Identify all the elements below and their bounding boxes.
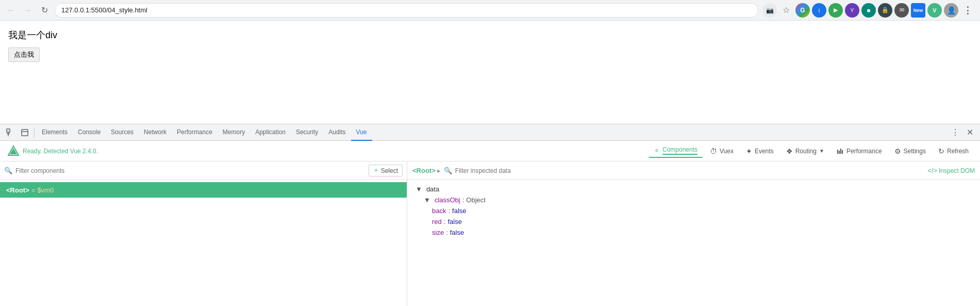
classobj-expand-arrow: ▼: [424, 196, 430, 204]
refresh-icon: ↻: [938, 147, 944, 155]
red-value: false: [447, 218, 461, 226]
tab-application[interactable]: Application: [250, 124, 291, 141]
back-button[interactable]: ←: [5, 4, 18, 17]
dock-icon: [21, 128, 29, 137]
page-content: 我是一个div 点击我: [0, 21, 980, 124]
svg-rect-3: [22, 130, 28, 136]
address-bar[interactable]: [55, 3, 758, 18]
tab-network[interactable]: Network: [139, 124, 172, 141]
tab-security[interactable]: Security: [291, 124, 323, 141]
svg-rect-9: [840, 149, 841, 154]
settings-icon: ⚙: [894, 147, 901, 155]
ext-google-icon[interactable]: G: [795, 3, 810, 18]
vuex-label: Vuex: [720, 148, 734, 155]
size-row: size : false: [416, 228, 972, 237]
vue-nav-settings[interactable]: ⚙ Settings: [889, 145, 931, 157]
size-key: size: [432, 229, 444, 236]
classobj-row[interactable]: ▼ classObj : Object: [416, 195, 972, 205]
ext-new-icon[interactable]: New: [911, 3, 925, 18]
code-icon: </>: [927, 167, 937, 174]
refresh-label: Refresh: [947, 148, 969, 155]
vue-logo: [6, 144, 21, 158]
tab-performance[interactable]: Performance: [172, 124, 218, 141]
inspect-element-button[interactable]: [3, 125, 18, 140]
more-options-icon[interactable]: ⋮: [960, 3, 975, 18]
breadcrumb-tag: <Root>: [412, 167, 436, 174]
tab-audits[interactable]: Audits: [323, 124, 351, 141]
select-component-button[interactable]: ⚬ Select: [369, 165, 403, 176]
cursor-icon: [6, 128, 14, 137]
routing-chevron-icon: ▼: [819, 148, 824, 154]
filter-components-input[interactable]: [15, 167, 366, 174]
tab-elements[interactable]: Elements: [37, 124, 73, 141]
ext-dark-icon[interactable]: 🔒: [878, 3, 892, 18]
filter-inspected-data-input[interactable]: [455, 167, 924, 174]
tab-divider: [34, 127, 35, 138]
data-inspector: ▼ data ▼ classObj : Object back : fa: [407, 180, 980, 306]
svg-rect-8: [839, 151, 840, 154]
vue-nav-vuex[interactable]: ⏱ Vuex: [705, 145, 739, 157]
performance-label: Performance: [846, 148, 882, 155]
vue-header: Ready. Detected Vue 2.4.0. ⚬ Components …: [0, 141, 980, 162]
devtools-close-button[interactable]: ✕: [962, 125, 977, 140]
breadcrumb: <Root> ▸: [412, 167, 441, 174]
vue-logo-svg: [6, 144, 21, 158]
reload-button[interactable]: ↻: [38, 4, 51, 17]
ext-violet-icon[interactable]: Y: [845, 3, 859, 18]
dock-button[interactable]: [18, 125, 32, 140]
back-value: false: [452, 207, 466, 215]
vue-nav-performance[interactable]: Performance: [832, 146, 887, 157]
components-icon: ⚬: [654, 147, 660, 155]
vue-right-header: <Root> ▸ 🔍 </> Inspect DOM: [407, 162, 980, 180]
extension-icon-1[interactable]: 📷: [762, 3, 777, 18]
ext-mail-icon[interactable]: ✉: [894, 3, 909, 18]
vue-content-area: 🔍 ⚬ Select <Root> = $vm0: [0, 162, 980, 306]
inspect-dom-button[interactable]: </> Inspect DOM: [927, 167, 975, 174]
inspect-dom-label: Inspect DOM: [939, 167, 975, 174]
vue-status-text: Ready. Detected Vue 2.4.0.: [23, 148, 98, 155]
more-tabs-button[interactable]: ⋮: [948, 125, 962, 140]
tab-vue[interactable]: Vue: [351, 124, 372, 141]
component-tree: <Root> = $vm0: [0, 180, 407, 306]
page-click-button[interactable]: 点击我: [8, 47, 40, 62]
vue-nav-components[interactable]: ⚬ Components: [649, 144, 703, 158]
forward-button[interactable]: →: [22, 4, 34, 17]
data-expand-row[interactable]: ▼ data: [416, 185, 972, 193]
tab-memory[interactable]: Memory: [218, 124, 250, 141]
devtools-panel: Elements Console Sources Network Perform…: [0, 124, 980, 306]
size-colon: :: [446, 229, 448, 236]
filter-search-icon: 🔍: [444, 167, 452, 174]
svg-rect-10: [842, 150, 843, 154]
vue-nav-refresh[interactable]: ↻ Refresh: [933, 145, 974, 157]
ext-blue-icon[interactable]: i: [812, 3, 826, 18]
ext-vue-icon[interactable]: V: [927, 3, 942, 18]
expand-arrow: ▼: [416, 185, 422, 193]
data-label: data: [426, 185, 439, 193]
ext-shield-icon[interactable]: ▶: [828, 3, 843, 18]
vue-left-panel: 🔍 ⚬ Select <Root> = $vm0: [0, 162, 407, 306]
red-row: red : false: [416, 217, 972, 227]
browser-toolbar: ← → ↻ 📷 ☆ G i ▶ Y ■ 🔒 ✉ New V 👤 ⋮: [0, 0, 980, 21]
classobj-type: Object: [466, 196, 486, 204]
routing-icon: ❖: [786, 147, 793, 155]
bookmark-icon[interactable]: ☆: [779, 3, 793, 18]
ext-teal-icon[interactable]: ■: [861, 3, 876, 18]
tree-tag: <Root>: [6, 186, 29, 194]
tab-sources[interactable]: Sources: [106, 124, 139, 141]
select-icon: ⚬: [373, 167, 379, 174]
size-value: false: [450, 229, 464, 236]
back-row: back : false: [416, 206, 972, 216]
data-section: ▼ data ▼ classObj : Object back : fa: [416, 185, 972, 237]
search-icon: 🔍: [4, 167, 12, 174]
settings-label: Settings: [904, 148, 926, 155]
svg-rect-0: [7, 129, 10, 132]
vue-nav-events[interactable]: ✦ Events: [741, 145, 779, 157]
tree-item-root[interactable]: <Root> = $vm0: [0, 182, 407, 198]
user-avatar-icon[interactable]: 👤: [944, 3, 958, 18]
tab-console[interactable]: Console: [73, 124, 106, 141]
select-label: Select: [381, 167, 398, 174]
browser-extension-icons: 📷 ☆ G i ▶ Y ■ 🔒 ✉ New V 👤 ⋮: [762, 3, 975, 18]
events-label: Events: [755, 148, 774, 155]
vue-nav-routing[interactable]: ❖ Routing ▼: [781, 145, 829, 157]
classobj-key: classObj: [435, 196, 460, 204]
